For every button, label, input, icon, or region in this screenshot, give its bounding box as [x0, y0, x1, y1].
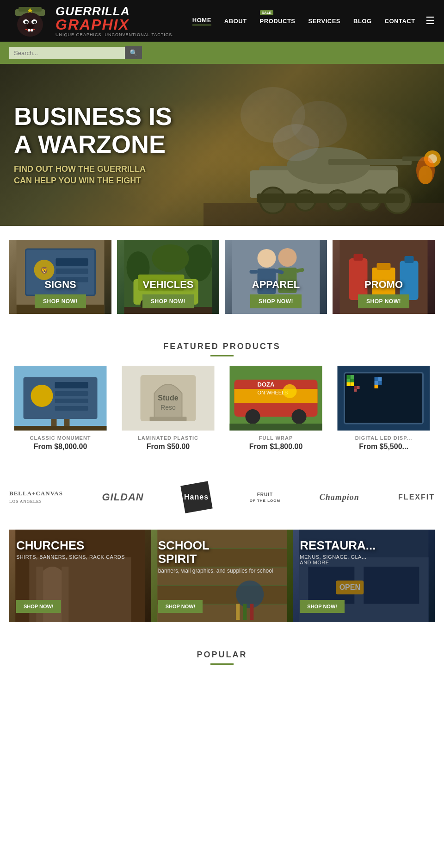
svg-text:DOZA: DOZA — [258, 381, 275, 388]
category-vehicles-overlay: VEHICLES SHOP NOW! — [117, 240, 219, 314]
product-monument[interactable]: CLASSIC MONUMENT From $8,000.00 — [9, 366, 111, 451]
featured-divider — [210, 355, 234, 356]
category-promo-title: PROMO — [364, 279, 403, 291]
svg-rect-78 — [150, 417, 187, 421]
category-signs-title: SIGNS — [44, 279, 76, 291]
hero-section: BUSINESS IS A WARZONE FIND OUT HOW THE G… — [0, 64, 444, 226]
product-led-name: DIGITAL LED DISP... — [333, 435, 435, 441]
svg-point-9 — [26, 24, 34, 29]
popular-header: POPULAR — [9, 650, 435, 665]
product-led-price: From $5,500... — [333, 443, 435, 451]
svg-rect-16 — [328, 159, 412, 165]
hero-content: BUSINESS IS A WARZONE FIND OUT HOW THE G… — [0, 84, 186, 205]
svg-point-8 — [33, 21, 36, 24]
category-promo[interactable]: PROMO SHOP NOW! — [333, 240, 435, 314]
sale-badge: SALE — [260, 10, 273, 15]
category-signs-overlay: SIGNS SHOP NOW! — [9, 240, 111, 314]
brands-row: BELLA+CANVASLOS ANGELES GILDAN Hanes FRU… — [9, 483, 435, 511]
brand-champion[interactable]: Champion — [320, 493, 359, 502]
logo-icon — [9, 2, 51, 39]
product-laminated-name: LAMINATED PLASTIC — [117, 435, 219, 441]
banner-school-desc: banners, wall graphics, and supplies for… — [158, 567, 286, 575]
svg-rect-105 — [354, 389, 357, 392]
brand-fruit-wrap: FRUIT OF THE LOOM — [250, 492, 281, 503]
product-laminated[interactable]: Stude Reso LAMINATED PLASTIC From $50.00 — [117, 366, 219, 451]
logo[interactable]: GUERRILLA GRAPHIX UNIQUE GRAPHICS. UNCON… — [9, 2, 174, 39]
search-button[interactable]: 🔍 — [125, 46, 142, 59]
svg-rect-98 — [375, 377, 378, 381]
banner-churches-btn[interactable]: SHOP NOW! — [16, 600, 61, 613]
nav-blog[interactable]: BLOG — [353, 18, 372, 25]
nav-services[interactable]: SERVICES — [308, 18, 341, 25]
svg-text:Stude: Stude — [158, 394, 179, 402]
category-vehicles-btn[interactable]: SHOP NOW! — [142, 294, 194, 308]
svg-rect-92 — [347, 375, 351, 379]
svg-point-68 — [31, 385, 53, 407]
svg-point-88 — [292, 409, 307, 424]
svg-rect-10 — [28, 29, 30, 31]
product-led[interactable]: DIGITAL LED DISP... From $5,500... — [333, 366, 435, 451]
banner-school[interactable]: SCHOOLSPIRIT banners, wall graphics, and… — [151, 530, 293, 622]
tank-image — [204, 78, 444, 226]
banner-restaurant-btn[interactable]: SHOP NOW! — [300, 600, 345, 613]
hero-title: BUSINESS IS A WARZONE — [14, 103, 172, 158]
svg-rect-104 — [357, 386, 360, 389]
nav: HOME ABOUT SALE PRODUCTS SERVICES BLOG C… — [192, 17, 415, 25]
svg-rect-100 — [375, 381, 378, 385]
popular-divider — [210, 663, 234, 665]
svg-rect-93 — [351, 375, 354, 379]
brand-flexfit[interactable]: FLEXFIT — [398, 493, 435, 501]
category-signs-btn[interactable]: SHOP NOW! — [35, 294, 86, 308]
product-fullwrap[interactable]: DOZA ON WHEELS FULL WRAP From $1,800.00 — [225, 366, 327, 451]
banner-school-btn[interactable]: SHOP NOW! — [158, 600, 203, 613]
product-fullwrap-name: FULL WRAP — [225, 435, 327, 441]
nav-products[interactable]: PRODUCTS — [260, 18, 296, 25]
nav-about[interactable]: ABOUT — [224, 18, 247, 25]
mobile-menu-icon[interactable]: ☰ — [426, 15, 435, 27]
search-input[interactable] — [9, 47, 125, 59]
banner-restaurant[interactable]: OPEN RESTAURA... MENUS, SIGNAGE, GLA...A… — [293, 530, 435, 622]
brand-hanes[interactable]: Hanes — [185, 493, 209, 501]
banner-churches[interactable]: CHURCHES SHIRTS, BANNERS, SIGNS, RACK CA… — [9, 530, 151, 622]
banner-churches-title: CHURCHES — [16, 539, 144, 552]
svg-rect-11 — [31, 29, 33, 31]
categories-section: 🦁 SIGNS SHOP NOW! — [0, 226, 444, 328]
svg-point-86 — [283, 384, 297, 398]
product-monument-price: From $8,000.00 — [9, 443, 111, 451]
featured-section: FEATURED PRODUCTS CLASSIC MONUMENT — [0, 328, 444, 465]
banner-school-title: SCHOOLSPIRIT — [158, 539, 286, 565]
svg-rect-91 — [345, 373, 423, 424]
product-laminated-price: From $50.00 — [117, 443, 219, 451]
banner-restaurant-overlay: RESTAURA... MENUS, SIGNAGE, GLA...AND MO… — [293, 530, 435, 622]
nav-home[interactable]: HOME — [192, 17, 211, 25]
svg-point-7 — [25, 21, 28, 24]
category-promo-overlay: PROMO SHOP NOW! — [333, 240, 435, 314]
brand-fruit[interactable]: FRUIT OF THE LOOM — [250, 492, 281, 503]
brand-gildan[interactable]: GILDAN — [102, 491, 143, 503]
brand-hanes-tag: Hanes — [180, 481, 213, 513]
category-promo-btn[interactable]: SHOP NOW! — [358, 294, 409, 308]
category-apparel[interactable]: APPAREL SHOP NOW! — [225, 240, 327, 314]
categories-row: 🦁 SIGNS SHOP NOW! — [9, 240, 435, 314]
svg-rect-25 — [257, 194, 405, 203]
category-vehicles-title: VEHICLES — [142, 279, 193, 291]
svg-rect-97 — [351, 382, 354, 386]
products-row: CLASSIC MONUMENT From $8,000.00 Stude Re… — [9, 366, 435, 451]
svg-rect-95 — [351, 379, 354, 382]
svg-rect-69 — [55, 382, 88, 388]
featured-title: FEATURED PRODUCTS — [9, 342, 435, 351]
svg-rect-96 — [347, 382, 351, 386]
svg-rect-94 — [347, 379, 351, 382]
brands-section: BELLA+CANVASLOS ANGELES GILDAN Hanes FRU… — [0, 465, 444, 530]
brand-bella[interactable]: BELLA+CANVASLOS ANGELES — [9, 490, 63, 505]
product-monument-name: CLASSIC MONUMENT — [9, 435, 111, 441]
banner-restaurant-subtitle: MENUS, SIGNAGE, GLA...AND MORE — [300, 554, 428, 565]
category-vehicles[interactable]: VEHICLES SHOP NOW! — [117, 240, 219, 314]
nav-contact[interactable]: CONTACT — [385, 18, 415, 25]
category-apparel-btn[interactable]: SHOP NOW! — [250, 294, 302, 308]
category-signs[interactable]: 🦁 SIGNS SHOP NOW! — [9, 240, 111, 314]
product-monument-img — [9, 366, 111, 431]
svg-rect-103 — [354, 386, 357, 389]
banner-churches-text: CHURCHES SHIRTS, BANNERS, SIGNS, RACK CA… — [16, 539, 144, 560]
product-led-img — [333, 366, 435, 431]
